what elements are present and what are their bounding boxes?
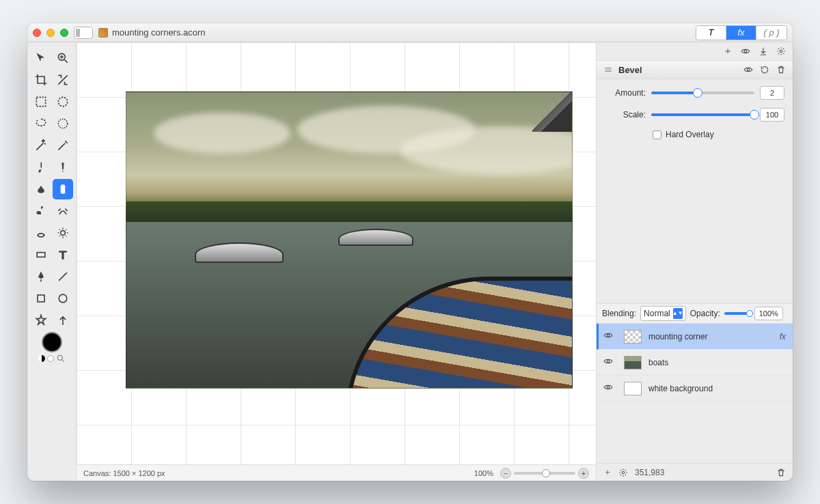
layers-options-gear-icon[interactable] [618,468,628,477]
hard-overlay-checkbox[interactable]: Hard Overlay [653,130,784,139]
scale-slider[interactable] [651,113,754,116]
magic-wand-tool[interactable] [31,135,51,156]
burn-tool[interactable] [53,223,73,243]
square-tool[interactable] [31,288,51,309]
filter-name-label: Bevel [618,65,642,75]
layer-row[interactable]: white background [597,376,793,402]
svg-rect-4 [60,184,65,193]
lasso-tool[interactable] [31,113,51,134]
blending-mode-value: Normal [644,309,670,318]
traffic-lights [33,29,68,37]
layer-thumbnail [624,382,642,395]
inspector-panel: ＋ Bevel Amount: [596,42,793,481]
opacity-slider[interactable] [724,312,750,315]
file-icon [98,28,108,38]
svg-point-5 [60,231,65,236]
layer-row[interactable]: mounting corner fx [597,324,793,350]
gradient-tool[interactable] [53,179,73,199]
layer-name-label: white background [648,384,713,393]
layer-visibility-icon[interactable] [603,382,617,394]
text-tool[interactable] [53,244,73,265]
opacity-value-input[interactable]: 100% [754,307,783,320]
shape-rect-tool[interactable] [31,244,51,265]
instant-alpha-tool[interactable] [53,135,73,156]
minimize-window-button[interactable] [46,29,55,37]
pencil-tool[interactable] [53,157,73,178]
foreground-color-swatch[interactable] [42,332,62,352]
flatten-filter-icon[interactable] [758,46,768,56]
filter-reset-icon[interactable] [760,65,769,74]
layer-row[interactable]: boats [597,350,793,376]
fx-inspector-tab[interactable]: fx [726,26,756,40]
blending-mode-select[interactable]: Normal ▲▼ [640,306,686,321]
canvas-size-label: Canvas: 1500 × 1200 px [83,469,165,477]
amount-slider[interactable] [651,92,754,94]
delete-layer-icon[interactable] [776,468,786,477]
filter-options-gear-icon[interactable] [776,46,786,56]
type-inspector-tab[interactable]: T [696,26,726,40]
rect-select-tool[interactable] [31,92,51,112]
svg-point-2 [58,97,67,106]
freehand-select-tool[interactable] [53,113,73,134]
scale-value-input[interactable]: 100 [760,108,784,122]
close-window-button[interactable] [33,29,41,37]
clone-tool[interactable] [31,201,51,221]
circle-tool[interactable] [53,288,73,309]
background-color-swatch[interactable] [47,355,54,362]
fill-tool[interactable] [31,179,51,199]
document-title: mounting corners.acorn [98,27,206,38]
layer-thumbnail [624,356,642,369]
svg-rect-6 [37,253,45,257]
zoom-out-button[interactable]: − [500,468,511,479]
sidebar-toggle-button[interactable] [74,27,93,39]
add-layer-button[interactable]: ＋ [603,466,612,478]
default-colors-icon[interactable] [38,355,45,362]
amount-value-input[interactable]: 2 [760,86,784,100]
crop-tool[interactable] [31,70,51,90]
inspector-mode-segment: T fx ( p ) [696,25,787,40]
zoom-in-button[interactable]: + [578,468,589,479]
opacity-label: Opacity: [690,309,720,318]
arrow-tool[interactable] [53,310,73,331]
oval-select-tool[interactable] [53,92,73,112]
dodge-tool[interactable] [31,223,51,243]
layer-name-label: mounting corner [648,332,708,341]
tool-palette [27,42,77,481]
filter-header: Bevel [597,60,793,79]
canvas-container: Canvas: 1500 × 1200 px 100% − + [77,42,596,481]
layer-thumbnail [624,330,642,344]
svg-point-10 [744,50,747,53]
move-tool[interactable] [31,48,51,68]
mounting-corner-graphic [532,92,573,132]
add-filter-button[interactable]: ＋ [723,45,733,57]
svg-point-3 [58,119,67,128]
filter-toggle-visibility-icon[interactable] [743,65,753,74]
star-tool[interactable] [31,310,51,331]
brush-tool[interactable] [31,157,51,178]
pen-tool[interactable] [31,266,51,287]
fullscreen-window-button[interactable] [60,29,68,37]
zoom-level-label: 100% [474,469,493,477]
svg-point-11 [780,50,782,53]
blending-controls: Blending: Normal ▲▼ Opacity: 100% [597,303,793,324]
app-window: mounting corners.acorn T fx ( p ) [27,23,793,481]
checkbox-box [653,130,661,139]
zoom-tool[interactable] [53,48,73,68]
layer-visibility-icon[interactable] [603,356,617,368]
line-tool[interactable] [53,266,73,287]
canvas-status-bar: Canvas: 1500 × 1200 px 100% − + [77,464,596,481]
layer-fx-badge: fx [780,332,786,341]
smudge-tool[interactable] [53,201,73,221]
filter-visibility-icon[interactable] [741,46,750,56]
adjust-inspector-tab[interactable]: ( p ) [756,26,787,40]
scale-tool[interactable] [53,70,73,90]
drag-handle-icon[interactable] [603,65,613,74]
canvas[interactable] [77,42,596,464]
amount-label: Amount: [605,88,646,98]
filename-label: mounting corners.acorn [112,27,206,38]
zoom-slider[interactable] [514,472,575,475]
filter-delete-icon[interactable] [776,65,786,74]
eyedropper-icon[interactable] [56,354,66,363]
svg-point-15 [607,386,610,389]
layer-visibility-icon[interactable] [603,331,617,342]
